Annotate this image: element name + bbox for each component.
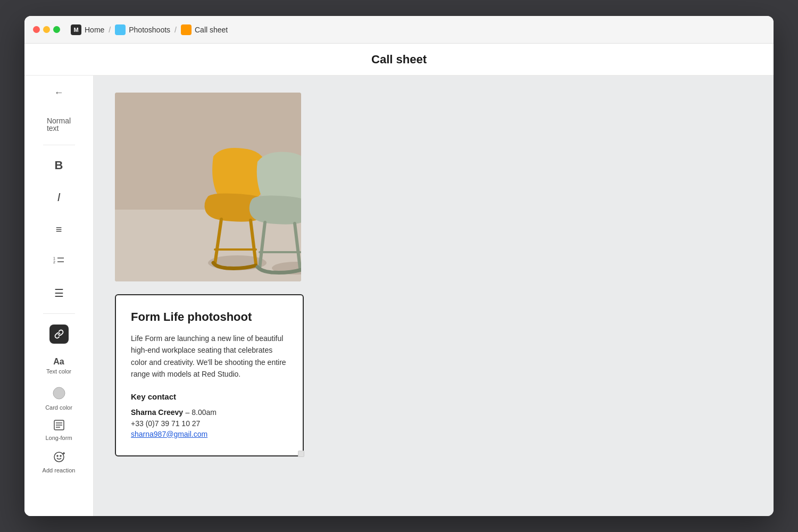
svg-point-11: [60, 455, 61, 456]
bold-icon: B: [55, 160, 63, 171]
add-reaction-label: Add reaction: [43, 467, 76, 473]
italic-icon: I: [57, 192, 60, 203]
content-card[interactable]: Form Life photoshoot Life Form are launc…: [115, 294, 304, 456]
main-area: ← Normaltext B I ≡ 1 2: [24, 76, 774, 516]
contact-info: Sharna Creevy – 8.00am +33 (0)7 39 71 10…: [131, 408, 288, 438]
card-color-label: Card color: [45, 404, 72, 411]
contact-phone: +33 (0)7 39 71 10 27: [131, 419, 288, 428]
breadcrumb-photoshoots[interactable]: Photoshoots: [115, 24, 170, 35]
breadcrumb: M Home / Photoshoots / Call sheet: [71, 24, 228, 35]
breadcrumb-callsheet-label: Call sheet: [195, 26, 228, 34]
page-title: Call sheet: [371, 53, 427, 66]
breadcrumb-sep-1: /: [109, 26, 111, 34]
contact-time: – 8.00am: [186, 408, 217, 417]
resize-handle[interactable]: [298, 451, 304, 457]
breadcrumb-home[interactable]: M Home: [71, 24, 104, 35]
sidebar-item-long-form[interactable]: Long-form: [38, 415, 80, 445]
breadcrumb-sep-2: /: [174, 26, 177, 34]
bullet-list-icon: ≡: [56, 224, 62, 235]
sidebar-item-align[interactable]: ☰: [38, 278, 80, 308]
card-title: Form Life photoshoot: [131, 310, 288, 324]
long-form-label: Long-form: [45, 435, 72, 441]
sidebar-back-button[interactable]: ←: [47, 84, 71, 101]
sidebar-item-link[interactable]: [38, 319, 80, 349]
app-window: M Home / Photoshoots / Call sheet Call s…: [24, 16, 774, 516]
photo-container: [115, 93, 301, 281]
card-wrapper: Form Life photoshoot Life Form are launc…: [115, 294, 304, 456]
sidebar-item-text-color[interactable]: Aa Text color: [38, 351, 80, 381]
sidebar-item-bold[interactable]: B: [38, 151, 80, 180]
sidebar-divider-2: [43, 313, 75, 314]
contact-email[interactable]: sharna987@gmail.com: [131, 430, 288, 438]
traffic-lights: [33, 26, 60, 33]
sidebar-item-add-reaction[interactable]: Add reaction: [38, 447, 80, 477]
breadcrumb-photoshoots-label: Photoshoots: [129, 26, 170, 34]
numbered-list-icon: 1 2: [53, 255, 65, 268]
align-icon: ☰: [54, 288, 64, 298]
callsheet-icon: [181, 24, 192, 35]
text-color-icon: Aa: [53, 358, 64, 366]
contact-name: Sharna Creevy: [131, 408, 183, 417]
add-reaction-icon: [53, 451, 65, 465]
sidebar-item-card-color[interactable]: Card color: [38, 383, 80, 413]
home-icon: M: [71, 24, 81, 35]
content-area: Form Life photoshoot Life Form are launc…: [94, 76, 774, 516]
sidebar-item-bullet-list[interactable]: ≡: [38, 214, 80, 244]
sidebar-item-numbered-list[interactable]: 1 2: [38, 246, 80, 276]
svg-point-4: [53, 387, 65, 399]
breadcrumb-callsheet[interactable]: Call sheet: [181, 24, 228, 35]
page-header: Call sheet: [24, 44, 774, 76]
traffic-light-yellow[interactable]: [43, 26, 50, 33]
traffic-light-red[interactable]: [33, 26, 40, 33]
breadcrumb-home-label: Home: [85, 26, 104, 34]
card-color-icon: [52, 386, 66, 402]
sidebar-item-normal-text[interactable]: Normaltext: [38, 110, 80, 139]
card-section-title: Key contact: [131, 392, 288, 401]
sidebar-item-italic[interactable]: I: [38, 182, 80, 212]
svg-point-10: [57, 455, 58, 456]
contact-name-line: Sharna Creevy – 8.00am: [131, 408, 288, 417]
text-color-label: Text color: [46, 368, 71, 375]
sidebar-divider-1: [43, 145, 75, 145]
long-form-icon: [53, 419, 65, 433]
card-description: Life Form are launching a new line of be…: [131, 332, 288, 380]
svg-point-9: [54, 452, 64, 462]
svg-text:2: 2: [53, 260, 55, 264]
svg-text:1: 1: [53, 256, 55, 260]
photoshoots-icon: [115, 24, 126, 35]
link-icon-box: [49, 325, 69, 344]
sidebar: ← Normaltext B I ≡ 1 2: [24, 76, 94, 516]
traffic-light-green[interactable]: [53, 26, 60, 33]
normal-text-icon: Normaltext: [47, 117, 71, 132]
titlebar: M Home / Photoshoots / Call sheet: [24, 16, 774, 44]
